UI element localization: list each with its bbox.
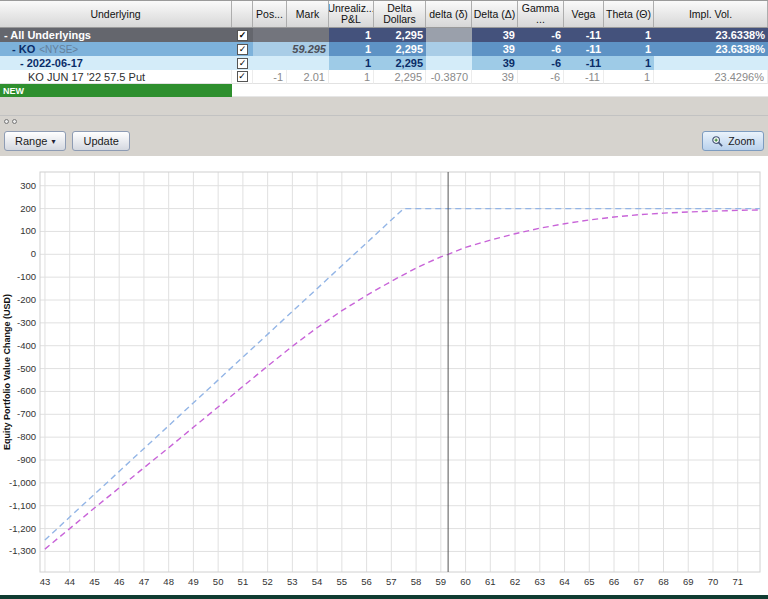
- column-header-pos[interactable]: Pos...: [253, 1, 287, 27]
- range-button-label: Range: [15, 135, 47, 147]
- cell-theta: 1: [604, 28, 654, 42]
- cell-theta: 1: [604, 70, 654, 84]
- x-tick-label: 71: [732, 576, 743, 587]
- positions-table: UnderlyingPos...MarkUnrealiz... P&LDelta…: [0, 0, 768, 97]
- chart-background: [0, 156, 768, 598]
- column-header-ivol[interactable]: Impl. Vol.: [654, 1, 768, 27]
- y-tick-label: -400: [17, 340, 36, 351]
- x-tick-label: 65: [584, 576, 595, 587]
- row-label: - All Underlyings: [4, 29, 91, 41]
- cell-dd: 2,295: [374, 56, 426, 70]
- cell-pos: -1: [253, 70, 287, 84]
- x-tick-label: 68: [658, 576, 669, 587]
- row-label: - KO: [12, 43, 35, 55]
- y-tick-label: -900: [17, 454, 36, 465]
- row-checkbox[interactable]: ✓: [237, 58, 248, 69]
- cell-gamma: -6: [518, 28, 564, 42]
- row-label: KO JUN 17 '22 57.5 Put: [28, 71, 145, 83]
- x-tick-label: 62: [510, 576, 521, 587]
- checkbox-cell: ✓: [232, 42, 253, 56]
- x-tick-label: 43: [40, 576, 51, 587]
- cell-theta: 1: [604, 56, 654, 70]
- column-header-theta[interactable]: Theta (Θ): [604, 1, 654, 27]
- y-tick-label: 300: [20, 180, 36, 191]
- cell-ivol: [654, 56, 768, 70]
- table-row[interactable]: - All Underlyings✓12,29539-6-11123.6338%: [0, 28, 768, 42]
- y-tick-label: -500: [17, 363, 36, 374]
- underlying-cell: - All Underlyings: [0, 28, 232, 42]
- x-tick-label: 50: [213, 576, 224, 587]
- x-tick-label: 70: [708, 576, 719, 587]
- column-header-dd[interactable]: Delta Dollars: [374, 1, 426, 27]
- checkbox-cell: ✓: [232, 56, 253, 70]
- pnl-chart-svg[interactable]: 4344454647484950515253545556575859606162…: [0, 156, 768, 598]
- cell-mark: 59.295: [287, 42, 329, 56]
- column-header-check[interactable]: [232, 1, 253, 27]
- cell-ivol: 23.6338%: [654, 42, 768, 56]
- column-header-delta_s[interactable]: delta (δ): [426, 1, 472, 27]
- column-header-mark[interactable]: Mark: [287, 1, 329, 27]
- x-tick-label: 48: [163, 576, 174, 587]
- cell-dd: 2,295: [374, 70, 426, 84]
- row-checkbox[interactable]: ✓: [237, 71, 248, 82]
- checkbox-cell: ✓: [232, 28, 253, 42]
- new-row-badge[interactable]: NEW: [0, 84, 232, 97]
- x-tick-label: 66: [609, 576, 620, 587]
- y-tick-label: -200: [17, 294, 36, 305]
- range-button[interactable]: Range ▾: [4, 131, 66, 151]
- magnifier-icon: [711, 135, 724, 148]
- column-header-unrl[interactable]: Unrealiz... P&L: [329, 1, 374, 27]
- cell-vega: -11: [564, 56, 604, 70]
- cell-delta_s: -0.3870: [426, 70, 472, 84]
- row-checkbox[interactable]: ✓: [237, 44, 248, 55]
- x-tick-label: 52: [262, 576, 273, 587]
- cell-mark: 2.01: [287, 70, 329, 84]
- x-tick-label: 58: [411, 576, 422, 587]
- column-header-delta[interactable]: Delta (Δ): [472, 1, 518, 27]
- update-button-label: Update: [83, 135, 118, 147]
- cell-mark: [287, 28, 329, 42]
- underlying-cell: - KO<NYSE>: [0, 42, 232, 56]
- x-tick-label: 67: [633, 576, 644, 587]
- column-header-gamma[interactable]: Gamma ...: [518, 1, 564, 27]
- window-border: [0, 595, 768, 599]
- y-tick-label: -1,200: [9, 523, 36, 534]
- table-row[interactable]: KO JUN 17 '22 57.5 Put✓-12.0112,295-0.38…: [0, 70, 768, 84]
- table-row[interactable]: - KO<NYSE>✓59.29512,29539-6-11123.6338%: [0, 42, 768, 56]
- y-tick-label: -100: [17, 271, 36, 282]
- y-tick-label: -700: [17, 408, 36, 419]
- zoom-button-label: Zoom: [728, 135, 755, 147]
- panel-gap: [0, 97, 768, 115]
- cell-gamma: -6: [518, 42, 564, 56]
- table-row[interactable]: NEW: [0, 84, 768, 97]
- column-header-underlying[interactable]: Underlying: [0, 1, 232, 27]
- cell-gamma: -6: [518, 56, 564, 70]
- y-tick-label: -300: [17, 317, 36, 328]
- x-tick-label: 44: [64, 576, 75, 587]
- cell-ivol: 23.4296%: [654, 70, 768, 84]
- column-header-vega[interactable]: Vega: [564, 1, 604, 27]
- y-axis-label: Equity Portfolio Value Change (USD): [2, 294, 12, 450]
- x-tick-label: 57: [386, 576, 397, 587]
- x-tick-label: 63: [535, 576, 546, 587]
- cell-vega: -11: [564, 70, 604, 84]
- chevron-down-icon: ▾: [51, 137, 55, 146]
- update-button[interactable]: Update: [72, 131, 129, 151]
- cell-vega: -11: [564, 42, 604, 56]
- chart-toolbar: Range ▾ Update Zoom: [0, 126, 768, 156]
- row-checkbox[interactable]: ✓: [237, 30, 248, 41]
- pnl-chart[interactable]: 4344454647484950515253545556575859606162…: [0, 156, 768, 598]
- y-tick-label: -1,300: [9, 545, 36, 556]
- y-tick-label: 0: [31, 248, 36, 259]
- panel-splitter[interactable]: [0, 115, 768, 126]
- x-tick-label: 51: [238, 576, 249, 587]
- table-row[interactable]: - 2022-06-17✓12,29539-6-111: [0, 56, 768, 70]
- x-tick-label: 45: [89, 576, 100, 587]
- cell-pos: [253, 42, 287, 56]
- x-tick-label: 69: [683, 576, 694, 587]
- y-tick-label: 200: [20, 203, 36, 214]
- y-tick-label: 100: [20, 225, 36, 236]
- x-tick-label: 54: [312, 576, 323, 587]
- underlying-cell: - 2022-06-17: [0, 56, 232, 70]
- zoom-button[interactable]: Zoom: [702, 131, 764, 151]
